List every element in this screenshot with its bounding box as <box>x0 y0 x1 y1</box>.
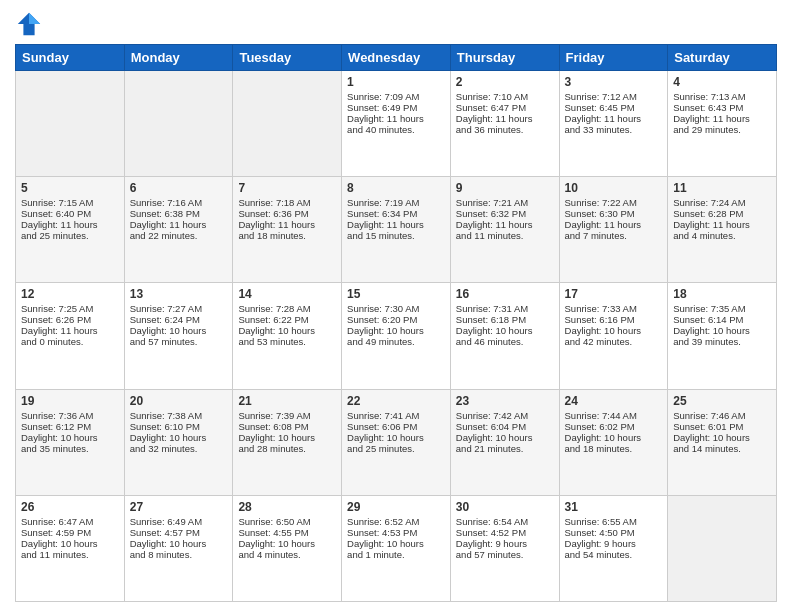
day-info: Sunrise: 7:41 AM <box>347 410 445 421</box>
day-info: Sunset: 6:28 PM <box>673 208 771 219</box>
day-info: and 40 minutes. <box>347 124 445 135</box>
day-info: and 15 minutes. <box>347 230 445 241</box>
calendar-cell: 20Sunrise: 7:38 AMSunset: 6:10 PMDayligh… <box>124 389 233 495</box>
header <box>15 10 777 38</box>
day-info: Sunrise: 7:44 AM <box>565 410 663 421</box>
calendar-week-2: 5Sunrise: 7:15 AMSunset: 6:40 PMDaylight… <box>16 177 777 283</box>
day-info: Daylight: 10 hours <box>456 432 554 443</box>
day-info: Sunset: 4:59 PM <box>21 527 119 538</box>
calendar-cell: 13Sunrise: 7:27 AMSunset: 6:24 PMDayligh… <box>124 283 233 389</box>
day-number: 8 <box>347 181 445 195</box>
day-info: and 57 minutes. <box>456 549 554 560</box>
calendar-cell: 7Sunrise: 7:18 AMSunset: 6:36 PMDaylight… <box>233 177 342 283</box>
day-info: Sunset: 6:34 PM <box>347 208 445 219</box>
day-info: Daylight: 10 hours <box>238 432 336 443</box>
weekday-friday: Friday <box>559 45 668 71</box>
weekday-monday: Monday <box>124 45 233 71</box>
day-info: Sunrise: 7:16 AM <box>130 197 228 208</box>
day-info: Sunrise: 6:52 AM <box>347 516 445 527</box>
day-info: Daylight: 11 hours <box>565 113 663 124</box>
day-info: Daylight: 9 hours <box>565 538 663 549</box>
day-info: Sunrise: 7:13 AM <box>673 91 771 102</box>
day-info: Sunrise: 6:54 AM <box>456 516 554 527</box>
day-info: Sunset: 6:24 PM <box>130 314 228 325</box>
day-number: 31 <box>565 500 663 514</box>
day-info: Sunrise: 7:33 AM <box>565 303 663 314</box>
day-number: 27 <box>130 500 228 514</box>
day-info: Sunset: 6:47 PM <box>456 102 554 113</box>
day-info: Sunset: 6:49 PM <box>347 102 445 113</box>
day-info: and 39 minutes. <box>673 336 771 347</box>
day-info: Daylight: 10 hours <box>238 538 336 549</box>
day-info: and 1 minute. <box>347 549 445 560</box>
day-info: and 42 minutes. <box>565 336 663 347</box>
day-info: Sunset: 6:38 PM <box>130 208 228 219</box>
day-info: and 35 minutes. <box>21 443 119 454</box>
logo-icon <box>15 10 43 38</box>
day-number: 2 <box>456 75 554 89</box>
day-info: Sunset: 6:40 PM <box>21 208 119 219</box>
day-info: Sunrise: 7:10 AM <box>456 91 554 102</box>
day-info: Daylight: 10 hours <box>673 325 771 336</box>
calendar-cell: 8Sunrise: 7:19 AMSunset: 6:34 PMDaylight… <box>342 177 451 283</box>
day-info: and 29 minutes. <box>673 124 771 135</box>
day-info: and 25 minutes. <box>21 230 119 241</box>
day-info: Sunrise: 7:22 AM <box>565 197 663 208</box>
day-info: Sunrise: 7:12 AM <box>565 91 663 102</box>
day-info: Sunset: 6:18 PM <box>456 314 554 325</box>
day-info: Daylight: 11 hours <box>238 219 336 230</box>
weekday-tuesday: Tuesday <box>233 45 342 71</box>
day-info: Daylight: 10 hours <box>130 538 228 549</box>
day-number: 26 <box>21 500 119 514</box>
day-info: Sunrise: 7:24 AM <box>673 197 771 208</box>
day-info: Daylight: 10 hours <box>130 325 228 336</box>
day-info: and 25 minutes. <box>347 443 445 454</box>
calendar-week-3: 12Sunrise: 7:25 AMSunset: 6:26 PMDayligh… <box>16 283 777 389</box>
day-info: Sunset: 6:16 PM <box>565 314 663 325</box>
calendar-week-1: 1Sunrise: 7:09 AMSunset: 6:49 PMDaylight… <box>16 71 777 177</box>
day-info: Daylight: 10 hours <box>456 325 554 336</box>
day-info: and 22 minutes. <box>130 230 228 241</box>
day-info: Sunset: 6:10 PM <box>130 421 228 432</box>
day-info: and 18 minutes. <box>565 443 663 454</box>
day-number: 28 <box>238 500 336 514</box>
day-number: 11 <box>673 181 771 195</box>
calendar-cell: 31Sunrise: 6:55 AMSunset: 4:50 PMDayligh… <box>559 495 668 601</box>
calendar-cell: 5Sunrise: 7:15 AMSunset: 6:40 PMDaylight… <box>16 177 125 283</box>
day-number: 21 <box>238 394 336 408</box>
weekday-saturday: Saturday <box>668 45 777 71</box>
day-info: Sunrise: 6:50 AM <box>238 516 336 527</box>
day-info: Sunset: 4:50 PM <box>565 527 663 538</box>
day-info: and 11 minutes. <box>21 549 119 560</box>
calendar-cell <box>16 71 125 177</box>
day-info: Sunset: 4:53 PM <box>347 527 445 538</box>
day-info: Sunrise: 7:21 AM <box>456 197 554 208</box>
day-number: 1 <box>347 75 445 89</box>
calendar-cell: 21Sunrise: 7:39 AMSunset: 6:08 PMDayligh… <box>233 389 342 495</box>
day-info: and 32 minutes. <box>130 443 228 454</box>
calendar-week-4: 19Sunrise: 7:36 AMSunset: 6:12 PMDayligh… <box>16 389 777 495</box>
day-info: Daylight: 11 hours <box>673 113 771 124</box>
day-info: Sunrise: 7:25 AM <box>21 303 119 314</box>
day-info: Sunrise: 7:46 AM <box>673 410 771 421</box>
day-info: Sunrise: 7:39 AM <box>238 410 336 421</box>
weekday-sunday: Sunday <box>16 45 125 71</box>
day-info: Sunrise: 6:47 AM <box>21 516 119 527</box>
day-info: Sunset: 6:08 PM <box>238 421 336 432</box>
logo <box>15 10 47 38</box>
calendar-cell: 27Sunrise: 6:49 AMSunset: 4:57 PMDayligh… <box>124 495 233 601</box>
day-info: Daylight: 11 hours <box>565 219 663 230</box>
day-info: Daylight: 10 hours <box>565 325 663 336</box>
calendar-cell: 28Sunrise: 6:50 AMSunset: 4:55 PMDayligh… <box>233 495 342 601</box>
calendar-cell <box>124 71 233 177</box>
day-info: and 8 minutes. <box>130 549 228 560</box>
calendar-cell: 30Sunrise: 6:54 AMSunset: 4:52 PMDayligh… <box>450 495 559 601</box>
calendar-cell: 18Sunrise: 7:35 AMSunset: 6:14 PMDayligh… <box>668 283 777 389</box>
day-info: Sunset: 6:43 PM <box>673 102 771 113</box>
day-info: Sunset: 6:32 PM <box>456 208 554 219</box>
day-info: Sunset: 6:45 PM <box>565 102 663 113</box>
day-number: 22 <box>347 394 445 408</box>
day-number: 30 <box>456 500 554 514</box>
day-info: and 4 minutes. <box>673 230 771 241</box>
calendar-cell: 29Sunrise: 6:52 AMSunset: 4:53 PMDayligh… <box>342 495 451 601</box>
